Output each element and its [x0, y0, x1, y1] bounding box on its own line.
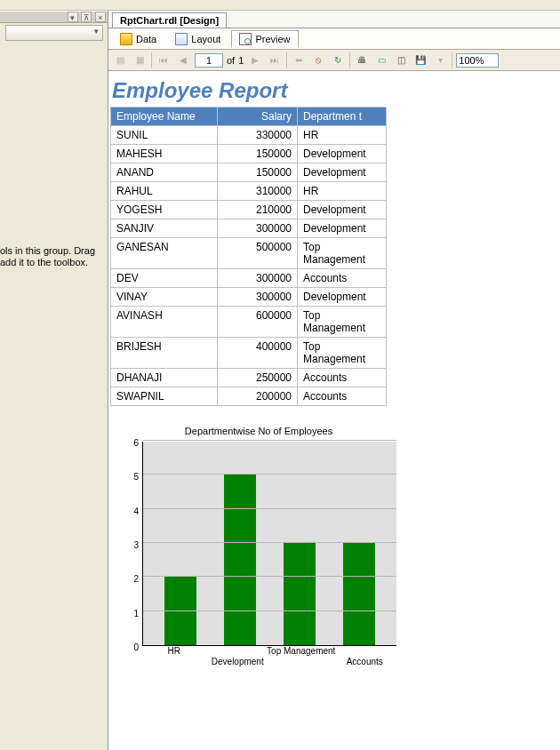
document-area: RptChart.rdl [Design] Data Layout Previe…	[108, 11, 560, 750]
window-top-edge	[0, 0, 560, 11]
y-tick-label: 5	[133, 472, 139, 482]
page-total-label: 1	[238, 55, 244, 66]
separator	[349, 52, 350, 68]
table-row: ANAND150000Development	[111, 164, 387, 182]
toolbox-group-header[interactable]	[5, 25, 103, 41]
table-row: RAHUL310000HR	[111, 182, 387, 201]
grid-line	[143, 576, 396, 577]
chart-bar	[224, 475, 256, 645]
cell-name: YOGESH	[111, 201, 218, 219]
cell-name: AVINASH	[111, 307, 218, 338]
first-page-icon[interactable]: ⏮	[156, 52, 172, 68]
table-row: SANJIV300000Development	[111, 219, 387, 238]
cell-salary: 330000	[218, 126, 298, 145]
tab-layout[interactable]: Layout	[167, 30, 228, 48]
tab-data[interactable]: Data	[112, 30, 164, 48]
table-row: AVINASH600000Top Management	[111, 307, 387, 338]
cell-name: ANAND	[111, 164, 218, 182]
print-layout-icon[interactable]: ▭	[373, 52, 389, 68]
col-header-name: Employee Name	[111, 108, 218, 126]
cell-salary: 300000	[218, 269, 298, 288]
panel-pin-icon[interactable]: ⊼	[81, 12, 92, 22]
cell-name: GANESAN	[111, 238, 218, 269]
cell-dept: Development	[298, 164, 387, 182]
page-number-input[interactable]	[195, 53, 223, 68]
tab-preview[interactable]: Preview	[231, 30, 298, 48]
y-tick-label: 0	[133, 642, 139, 652]
table-row: MAHESH150000Development	[111, 145, 387, 164]
table-row: VINAY300000Development	[111, 288, 387, 307]
cell-dept: Accounts	[298, 369, 387, 387]
cell-salary: 300000	[218, 219, 298, 238]
next-page-icon[interactable]: ▶	[247, 52, 263, 68]
print-icon[interactable]: 🖶	[354, 52, 370, 68]
chart-bar	[284, 543, 316, 645]
cell-name: VINAY	[111, 288, 218, 307]
back-icon[interactable]: ⬅	[291, 52, 307, 68]
toolbox-titlebar: ▾ ⊼ ×	[0, 11, 108, 23]
export-dropdown-icon[interactable]: ▾	[432, 52, 448, 68]
chart-bar	[164, 577, 196, 645]
stop-icon[interactable]: ⦸	[310, 52, 326, 68]
tab-data-label: Data	[136, 34, 156, 44]
y-tick-label: 2	[133, 574, 139, 584]
cell-salary: 200000	[218, 387, 298, 406]
export-icon[interactable]: 💾	[412, 52, 428, 68]
last-page-icon[interactable]: ⏭	[267, 52, 283, 68]
cell-salary: 150000	[218, 164, 298, 182]
x-tick-label: Top Management	[267, 646, 335, 656]
chart-container: Departmentwise No of Employees 0123456 H…	[121, 426, 396, 673]
toolbox-hint-text: ols in this group. Drag add it to the to…	[0, 245, 108, 272]
cell-name: RAHUL	[111, 182, 218, 201]
prev-page-icon[interactable]: ◀	[175, 52, 191, 68]
doc-map-icon[interactable]: ▤	[112, 52, 128, 68]
chart-y-axis: 0123456	[121, 442, 142, 646]
chart-plot-area	[142, 442, 396, 646]
cell-salary: 210000	[218, 201, 298, 219]
report-title: Employee Report	[112, 78, 560, 103]
grid-line	[143, 508, 396, 509]
table-row: SUNIL330000HR	[111, 126, 387, 145]
table-row: YOGESH210000Development	[111, 201, 387, 219]
y-tick-label: 3	[133, 540, 139, 550]
table-row: BRIJESH400000Top Management	[111, 338, 387, 369]
x-tick-label: Accounts	[347, 657, 383, 666]
document-tab-strip: RptChart.rdl [Design]	[108, 11, 560, 28]
cell-name: DHANAJI	[111, 369, 218, 387]
chart-bar	[343, 543, 375, 645]
cell-dept: Development	[298, 145, 387, 164]
document-tab[interactable]: RptChart.rdl [Design]	[112, 12, 227, 28]
grid-line	[143, 610, 396, 611]
page-setup-icon[interactable]: ◫	[393, 52, 409, 68]
x-tick-label: Development	[212, 657, 264, 666]
employee-table: Employee Name Salary Departmen t SUNIL33…	[110, 107, 387, 406]
cell-name: SANJIV	[111, 219, 218, 238]
cell-name: MAHESH	[111, 145, 218, 164]
cell-salary: 250000	[218, 369, 298, 387]
tab-layout-label: Layout	[191, 34, 220, 44]
cell-name: SWAPNIL	[111, 387, 218, 406]
panel-dropdown-icon[interactable]: ▾	[68, 12, 78, 22]
cell-name: SUNIL	[111, 126, 218, 145]
refresh-icon[interactable]: ↻	[330, 52, 346, 68]
chart-plot: 0123456	[121, 442, 396, 646]
layout-icon	[175, 33, 188, 45]
cell-salary: 600000	[218, 307, 298, 338]
thumbnails-icon[interactable]: ▦	[132, 52, 148, 68]
chart-title: Departmentwise No of Employees	[121, 426, 396, 436]
view-tab-strip: Data Layout Preview	[108, 28, 560, 50]
preview-toolbar: ▤ ▦ ⏮ ◀ of 1 ▶ ⏭ ⬅ ⦸ ↻ 🖶 ▭ ◫ 💾 ▾ 100%	[108, 50, 560, 71]
panel-close-icon[interactable]: ×	[95, 12, 106, 22]
cell-salary: 310000	[218, 182, 298, 201]
cell-salary: 150000	[218, 145, 298, 164]
cell-salary: 400000	[218, 338, 298, 369]
report-surface: Employee Report Employee Name Salary Dep…	[108, 71, 560, 750]
cell-dept: Top Management	[298, 307, 387, 338]
data-icon	[120, 33, 132, 45]
zoom-select[interactable]: 100%	[456, 53, 499, 68]
col-header-salary: Salary	[218, 108, 298, 126]
cell-dept: Top Management	[298, 338, 387, 369]
cell-name: BRIJESH	[111, 338, 218, 369]
col-header-dept: Departmen t	[298, 108, 387, 126]
y-tick-label: 1	[133, 608, 139, 618]
